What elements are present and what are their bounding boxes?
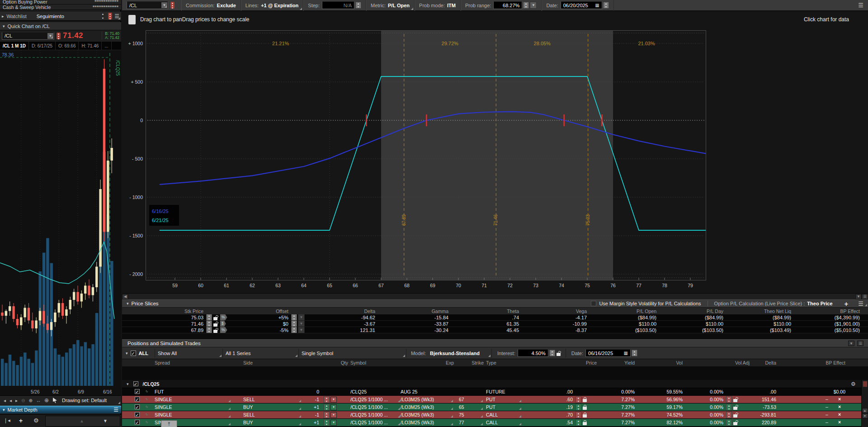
positions-group-row[interactable]: ▾✓/CLQ25⚙ (122, 380, 868, 388)
slice-price-stepper[interactable]: ▲▼ (206, 314, 212, 320)
gear-icon[interactable]: ⚙ (851, 381, 856, 387)
interest-lock-icon[interactable] (557, 353, 561, 356)
vol-adj-lock-icon[interactable] (733, 399, 737, 402)
row-checkbox[interactable]: ✓ (135, 397, 140, 402)
column-header-delta[interactable]: Delta (750, 359, 776, 366)
chevron-down-icon[interactable]: ▼ (161, 2, 167, 8)
vol-adj-lock-icon[interactable] (733, 422, 737, 425)
date-input[interactable]: 06/20/2025 ▦ (561, 1, 602, 9)
prob-range-stepper[interactable]: ▲▼ (523, 2, 529, 9)
fit-width-icon[interactable]: ↔ (36, 398, 41, 403)
spread-cell[interactable]: SINGLE (155, 403, 231, 411)
spread-cell[interactable]: SINGLE (155, 396, 231, 403)
column-header-vol-adj[interactable]: Vol Adj (684, 359, 750, 366)
slice-lock-icon[interactable] (213, 323, 217, 327)
strike-cell[interactable]: 77 (459, 419, 484, 426)
zoom-out-icon[interactable]: ⊖ (21, 398, 25, 403)
column-header-type[interactable]: Type (486, 359, 522, 366)
column-header-bp-effect[interactable]: BP Effect (793, 308, 860, 314)
column-header-price[interactable]: Price (520, 359, 597, 366)
step-right-icon[interactable]: ▸ (15, 398, 18, 403)
series-filter-select[interactable]: All 1 Series (222, 349, 298, 358)
exp-cell[interactable]: /LO3M25 (Wk3) (401, 419, 454, 426)
calc-mode-value[interactable]: Theo Price (807, 301, 832, 306)
step-left-icon[interactable]: ◂ (9, 398, 12, 403)
qty-dropdown-icon[interactable]: ▾ (330, 397, 337, 403)
step-stepper[interactable]: ▲▼ (355, 2, 361, 9)
commission-setting[interactable]: Commission: Exclude (181, 0, 241, 11)
lines-setting[interactable]: Lines: +1 @ Expiration (241, 0, 304, 11)
prob-range-input[interactable]: 68.27% (493, 1, 522, 9)
step-input[interactable]: N/A (322, 1, 354, 9)
positions-menu-icon[interactable]: ☰ (857, 341, 863, 346)
scroll-down-icon[interactable]: ▼ (862, 413, 868, 418)
symbol-cell[interactable]: /CLQ25 1/1000 ... (350, 403, 401, 411)
price-lock-icon[interactable] (583, 407, 587, 410)
price-stepper[interactable]: ▲▼ (576, 396, 581, 403)
column-header-bp-effect[interactable]: BP Effect (782, 359, 845, 366)
exp-cell[interactable]: /LO3M25 (Wk3) (401, 411, 454, 418)
watchlist-label[interactable]: Watchlist (7, 14, 27, 19)
slice-price-stepper[interactable]: ▲▼ (206, 321, 212, 327)
column-header-p-l-day[interactable]: P/L Day (658, 308, 723, 314)
scroll-up-icon[interactable]: ▲ (862, 408, 868, 413)
price-lock-icon[interactable] (583, 399, 587, 402)
collapse-icon[interactable]: ▾ (3, 24, 5, 28)
collapse-strip-button[interactable]: ⤒ (161, 420, 177, 427)
slice-price-value[interactable]: 75.03 (122, 314, 203, 320)
qty-dropdown-icon[interactable]: ▾ (330, 404, 337, 410)
price-stepper[interactable]: ▲▼ (576, 412, 581, 418)
spread-cell[interactable]: SINGLE (155, 411, 231, 418)
remove-leg-button[interactable]: – (826, 419, 828, 425)
slice-offset-dropdown-icon[interactable]: ▼ (298, 321, 305, 327)
slice-offset-dropdown-icon[interactable]: ▼ (298, 327, 305, 333)
model-select[interactable]: Bjerksund-Stensland (428, 349, 491, 358)
interest-stepper[interactable]: ▲▼ (549, 350, 555, 356)
positions-date-input[interactable]: 06/16/2025 ▦ (585, 349, 631, 357)
vol-adj-stepper[interactable]: ▲▼ (726, 419, 732, 426)
group-checkbox[interactable]: ✓ (133, 381, 138, 386)
slices-menu-icon[interactable]: ☰ (858, 300, 863, 307)
show-filter-select[interactable]: Show All (155, 349, 222, 358)
slice-offset-stepper[interactable]: ▲▼ (291, 327, 297, 333)
slice-lock-icon[interactable] (213, 317, 217, 320)
calendar-icon[interactable]: ▦ (624, 351, 628, 356)
slice-offset-stepper[interactable]: ▲▼ (291, 314, 297, 320)
chevron-down-icon[interactable]: ▼ (47, 33, 53, 39)
slice-offset-value[interactable]: $0 (245, 321, 288, 327)
row-checkbox[interactable]: ✓ (135, 420, 140, 425)
metric-setting[interactable]: Metric: P/L Open (366, 0, 415, 11)
strike-cell[interactable]: 67 (459, 396, 484, 403)
chart-dropdown-icon[interactable]: ▼ (855, 294, 862, 299)
vol-adj-lock-icon[interactable] (733, 414, 737, 418)
chart-menu-icon[interactable]: ☰ (862, 294, 868, 299)
column-header-yield[interactable]: Yield (598, 359, 635, 366)
collapse-icon[interactable]: ▾ (127, 382, 129, 386)
positions-collapse-icon[interactable]: ▼ (848, 341, 854, 346)
column-header-p-l-open[interactable]: P/L Open (589, 308, 656, 314)
strike-cell[interactable]: 75 (459, 411, 484, 418)
date-stepper[interactable]: ▲▼ (603, 2, 609, 9)
column-header-spread[interactable]: Spread (155, 359, 231, 366)
market-depth-header[interactable]: ▾ Market Depth ☰ (0, 406, 121, 413)
row-checkbox[interactable]: ✓ (135, 412, 140, 417)
type-cell[interactable]: PUT (486, 403, 522, 411)
qty-stepper[interactable]: ▲▼ (324, 412, 330, 418)
collapse-icon[interactable]: ▾ (126, 351, 128, 356)
column-header-theo-net-liq[interactable]: Theo Net Liq (725, 308, 791, 314)
drawing-set-select[interactable]: Drawing set: Default (62, 398, 107, 403)
prob-range-dropdown-icon[interactable]: ▼ (530, 2, 537, 9)
slice-offset-stepper[interactable]: ▲▼ (291, 321, 297, 327)
delete-leg-button[interactable]: × (838, 412, 841, 417)
dock-left-icon[interactable]: ❘◂ (4, 418, 10, 423)
symbol-mode-select[interactable]: Single Symbol (298, 349, 406, 358)
slice-offset-dropdown-icon[interactable]: ▼ (298, 314, 305, 320)
type-cell[interactable]: CALL (486, 419, 522, 426)
watchlist-selected[interactable]: Seguimiento (37, 14, 64, 19)
exp-cell[interactable]: /LO3M25 (Wk3) (401, 403, 454, 411)
qty-stepper[interactable]: ▲▼ (324, 419, 330, 426)
column-header-strike[interactable]: Strike (456, 359, 484, 366)
slice-price-stepper[interactable]: ▲▼ (206, 327, 212, 333)
gear-icon[interactable]: ⚙ (33, 417, 39, 424)
column-header-delta[interactable]: Delta (312, 308, 375, 314)
